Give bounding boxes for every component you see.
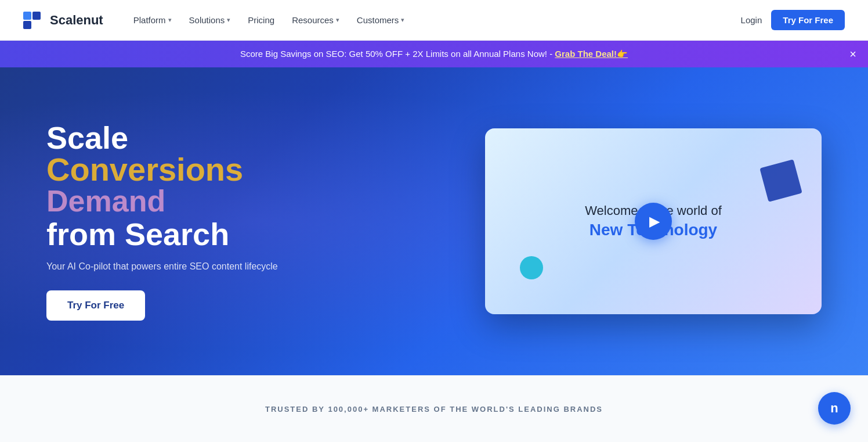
logo-text: Scalenut (50, 13, 103, 28)
hero-section: Scale Conversions Demand from Search You… (0, 67, 868, 375)
hero-cta-button[interactable]: Try For Free (46, 290, 145, 321)
trusted-label: TRUSTED BY 100,000+ MARKETERS OF THE WOR… (23, 405, 845, 414)
banner-close-button[interactable]: × (849, 48, 856, 60)
nav-item-customers[interactable]: Customers ▾ (350, 10, 412, 30)
trusted-section: TRUSTED BY 100,000+ MARKETERS OF THE WOR… (0, 375, 868, 442)
nav-right: Login Try For Free (741, 10, 845, 30)
play-icon: ▶ (649, 213, 660, 229)
hero-video: Welcome to the world of New Technology ▶ (485, 128, 822, 314)
login-link[interactable]: Login (741, 15, 762, 25)
nav-cta-button[interactable]: Try For Free (771, 10, 845, 30)
floating-chat-badge[interactable]: n (818, 392, 851, 425)
banner-text: Score Big Savings on SEO: Get 50% OFF + … (23, 49, 845, 59)
nav-item-solutions[interactable]: Solutions ▾ (182, 10, 238, 30)
chevron-down-icon: ▾ (227, 16, 230, 24)
nav-item-resources[interactable]: Resources ▾ (285, 10, 346, 30)
chevron-down-icon: ▾ (168, 16, 172, 24)
chevron-down-icon: ▾ (336, 16, 339, 24)
nav-links: Platform ▾ Solutions ▾ Pricing Resources… (126, 10, 741, 30)
nav-item-platform[interactable]: Platform ▾ (126, 10, 179, 30)
play-button[interactable]: ▶ (635, 203, 672, 240)
banner-deal-link[interactable]: Grab The Deal!👉 (555, 49, 628, 59)
hero-content: Scale Conversions Demand from Search You… (46, 122, 450, 321)
chevron-down-icon: ▾ (401, 16, 404, 24)
hero-subtitle: Your AI Co-pilot that powers entire SEO … (46, 261, 450, 272)
navbar: Scalenut Platform ▾ Solutions ▾ Pricing … (0, 0, 868, 41)
video-card[interactable]: Welcome to the world of New Technology ▶ (485, 128, 822, 314)
nav-item-pricing[interactable]: Pricing (241, 10, 281, 30)
hero-headline: Scale Conversions Demand from Search (46, 122, 450, 250)
logo-icon (23, 12, 41, 29)
logo[interactable]: Scalenut (23, 12, 103, 29)
chat-icon: n (830, 401, 838, 416)
decoration-gem (520, 256, 543, 279)
promo-banner: Score Big Savings on SEO: Get 50% OFF + … (0, 41, 868, 67)
decoration-cube (760, 159, 802, 202)
